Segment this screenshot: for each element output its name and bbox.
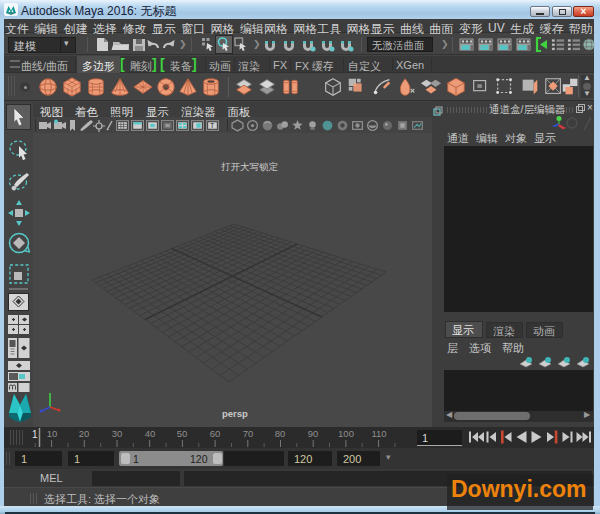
- svg-text:T: T: [210, 122, 214, 129]
